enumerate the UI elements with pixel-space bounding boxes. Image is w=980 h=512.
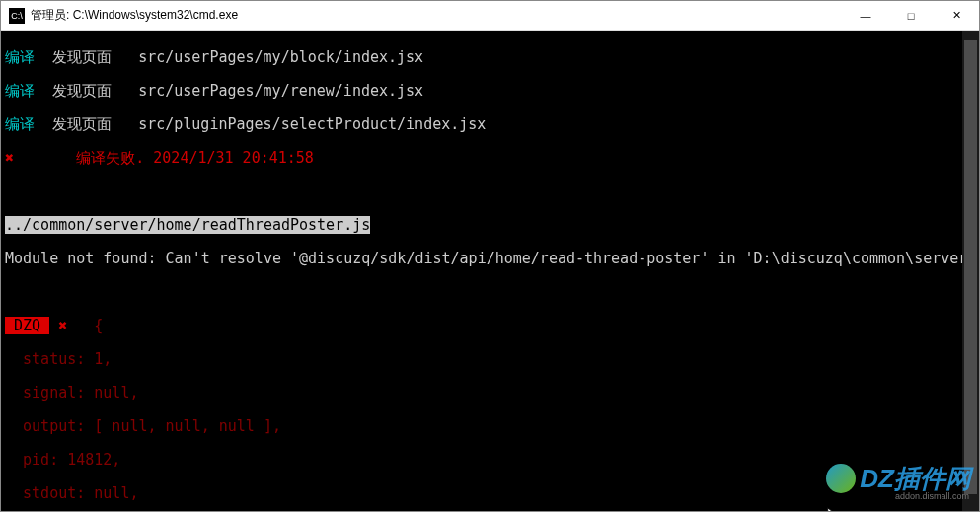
x-icon: ✖ xyxy=(49,317,67,334)
compile-line: 发现页面 src/userPages/my/block/index.jsx xyxy=(35,48,423,66)
error-icon: ✖ xyxy=(5,149,14,167)
minimize-button[interactable]: — xyxy=(843,1,888,31)
compile-line: 发现页面 src/userPages/my/renew/index.jsx xyxy=(35,82,423,100)
status-line: status: 1, xyxy=(5,350,112,368)
compile-failed: 编译失败. 2024/1/31 20:41:58 xyxy=(14,149,314,167)
scrollbar[interactable] xyxy=(962,31,979,511)
watermark-text: DZ插件网 xyxy=(860,471,971,487)
dzq-tag: DZQ xyxy=(5,317,49,334)
window-title: 管理员: C:\Windows\system32\cmd.exe xyxy=(31,7,843,24)
cmd-icon: C:\ xyxy=(9,8,25,24)
terminal-output[interactable]: 编译 发现页面 src/userPages/my/block/index.jsx… xyxy=(1,31,979,511)
brace: { xyxy=(67,317,103,334)
highlighted-path: ../common/server/home/readThreadPoster.j… xyxy=(5,216,370,234)
scrollbar-thumb[interactable] xyxy=(964,40,977,494)
status-line: signal: null, xyxy=(5,384,138,402)
compile-tag: 编译 xyxy=(5,115,35,133)
status-line: stdout: null, xyxy=(5,484,138,502)
maximize-button[interactable]: □ xyxy=(888,1,934,31)
close-button[interactable]: ✕ xyxy=(934,1,979,31)
compile-tag: 编译 xyxy=(5,48,35,66)
module-error: Module not found: Can't resolve '@discuz… xyxy=(5,250,979,267)
compile-tag: 编译 xyxy=(5,82,35,100)
status-line: pid: 14812, xyxy=(5,451,120,469)
titlebar[interactable]: C:\ 管理员: C:\Windows\system32\cmd.exe — □… xyxy=(1,1,979,31)
compile-line: 发现页面 src/pluginPages/selectProduct/index… xyxy=(35,115,486,133)
status-line: output: [ null, null, null ], xyxy=(5,417,281,435)
window: C:\ 管理员: C:\Windows\system32\cmd.exe — □… xyxy=(0,0,980,512)
